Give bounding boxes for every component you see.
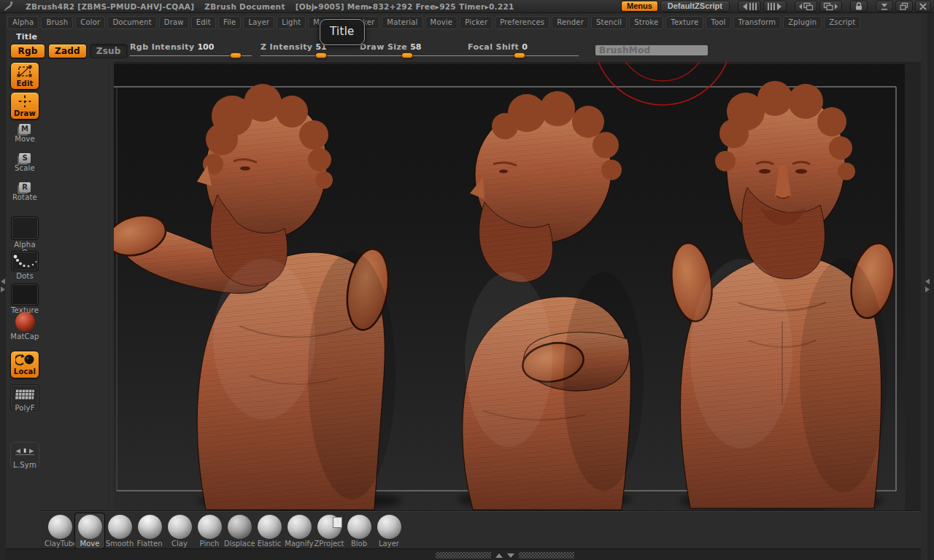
edit-mode-button[interactable]: Edit — [10, 62, 39, 90]
brush-item[interactable]: Clay — [165, 513, 194, 548]
menu-item[interactable]: Brush — [41, 16, 73, 29]
brush-item[interactable]: ClayTube — [45, 513, 74, 548]
menu-item[interactable]: Material — [382, 16, 422, 29]
slider[interactable]: Focal Shift0 — [468, 42, 579, 58]
brush-thumbnail — [287, 515, 312, 539]
slider-label: Rgb Intensity — [130, 42, 194, 52]
scrub-left-icon[interactable] — [738, 1, 761, 12]
top-shelf: Title Rgb Zadd Zsub Rgb Intensity100 Z I… — [6, 31, 921, 62]
drag-texture[interactable] — [436, 552, 491, 559]
material-selector[interactable]: MatCap — [10, 312, 39, 341]
brush-item[interactable]: Blob — [344, 513, 374, 548]
local-icon — [15, 354, 34, 367]
stroke-label: Dots — [10, 272, 39, 280]
slider-handle[interactable] — [315, 52, 327, 58]
menu-item[interactable]: Texture — [665, 16, 703, 29]
left-tray-divider[interactable] — [0, 13, 6, 560]
brush-item[interactable]: Displace — [225, 513, 254, 548]
menu-item[interactable]: File — [218, 16, 242, 29]
open-left-tray-icon[interactable] — [1, 279, 5, 284]
brush-item[interactable]: Move — [75, 513, 104, 548]
menu-item[interactable]: Transform — [733, 16, 781, 29]
move-mode-button[interactable]: M Move — [10, 124, 39, 143]
draw-crosshair-icon — [17, 94, 33, 109]
bottom-tray-handle[interactable] — [436, 552, 574, 559]
bottom-tray-divider[interactable] — [6, 548, 921, 560]
zbrush-window: ZBrush4R2 [ZBMS-PMUD-AHVJ-CQAA] ZBrush D… — [0, 0, 934, 560]
menu-item[interactable]: Stroke — [629, 16, 663, 29]
menu-item[interactable]: Draw — [159, 16, 189, 29]
slider-track[interactable] — [468, 55, 579, 56]
close-bottom-tray-icon[interactable] — [507, 553, 514, 558]
brush-tray: ClayTube Move Smooth Flatten Clay — [41, 510, 921, 548]
slider-handle[interactable] — [401, 52, 413, 58]
stroke-selector[interactable]: Dots — [10, 251, 39, 280]
brush-item[interactable]: Pinch — [195, 513, 224, 548]
lock-icon[interactable] — [850, 1, 868, 12]
brushmod-disabled-slider: BrushMod — [595, 45, 708, 55]
local-symmetry-button[interactable]: L.Sym — [10, 442, 39, 468]
menu-item[interactable]: Layer — [243, 16, 274, 29]
canvas-viewport[interactable] — [114, 62, 921, 510]
brush-item[interactable]: Layer — [374, 513, 404, 548]
drag-texture[interactable] — [519, 552, 574, 559]
edit-marquee-icon — [16, 64, 34, 79]
texture-selector[interactable]: Texture — [10, 284, 39, 314]
tooltip: Title — [320, 19, 365, 45]
rotate-icon: R — [19, 182, 31, 192]
menu-item[interactable]: Render — [552, 16, 589, 29]
menu-item[interactable]: Stencil — [591, 16, 627, 29]
open-right-tray-icon[interactable] — [925, 279, 930, 284]
slider-track[interactable] — [360, 55, 469, 56]
brush-thumbnail — [258, 515, 282, 539]
menu-item[interactable]: Light — [277, 16, 306, 29]
zbrush-logo-icon — [3, 1, 14, 12]
menu-item[interactable]: Tool — [706, 16, 730, 29]
previous-document-icon[interactable] — [795, 1, 817, 12]
brush-cursor — [593, 62, 732, 105]
brush-item[interactable]: ZProject — [314, 513, 344, 548]
polyframe-button[interactable]: PolyF — [10, 384, 39, 411]
close-left-tray-icon[interactable] — [1, 287, 5, 292]
dots-stroke-icon — [11, 251, 39, 271]
brush-item[interactable]: Magnify — [285, 513, 314, 548]
slider-value: 100 — [197, 42, 214, 52]
slider-handle[interactable] — [230, 52, 242, 58]
draw-mode-button[interactable]: Draw — [10, 92, 39, 120]
next-document-icon[interactable] — [819, 1, 842, 12]
slider[interactable]: Draw Size58 — [360, 42, 469, 58]
brush-label: Move — [80, 540, 100, 548]
default-zscript-button[interactable]: DefaultZScript — [660, 1, 730, 12]
menu-item[interactable]: Alpha — [7, 16, 39, 29]
slider[interactable]: Rgb Intensity100 — [130, 42, 252, 58]
move-label: Move — [10, 135, 39, 143]
sculpture-3d-view[interactable] — [114, 62, 921, 510]
menu-item[interactable]: Document — [107, 16, 156, 29]
brush-item[interactable]: Elastic — [255, 513, 284, 548]
minimize-icon[interactable] — [876, 1, 893, 12]
menu-item[interactable]: Zplugin — [783, 16, 822, 29]
brush-label: Blob — [351, 540, 367, 548]
slider-handle[interactable] — [514, 52, 525, 58]
rotate-mode-button[interactable]: R Rotate — [10, 182, 39, 201]
slider-track[interactable] — [260, 55, 361, 56]
scrub-right-icon[interactable] — [763, 1, 787, 12]
menu-item[interactable]: Picker — [460, 16, 493, 29]
open-bottom-tray-icon[interactable] — [495, 553, 503, 558]
close-right-tray-icon[interactable] — [925, 287, 930, 292]
local-transform-button[interactable]: Local — [10, 351, 39, 378]
menu-item[interactable]: Preferences — [495, 16, 549, 29]
close-icon[interactable] — [915, 1, 931, 12]
slider-label: Focal Shift — [468, 42, 519, 52]
right-tray-divider[interactable] — [921, 13, 934, 560]
menus-button[interactable]: Menus — [621, 1, 658, 12]
brush-item[interactable]: Flatten — [135, 513, 164, 548]
menu-item[interactable]: Color — [75, 16, 105, 29]
brush-item[interactable]: Smooth — [105, 513, 134, 548]
slider-track[interactable] — [130, 55, 252, 56]
menu-item[interactable]: Zscript — [824, 16, 860, 29]
restore-icon[interactable] — [895, 1, 913, 12]
scale-mode-button[interactable]: S Scale — [10, 153, 39, 172]
menu-item[interactable]: Movie — [425, 16, 458, 29]
menu-item[interactable]: Edit — [191, 16, 216, 29]
